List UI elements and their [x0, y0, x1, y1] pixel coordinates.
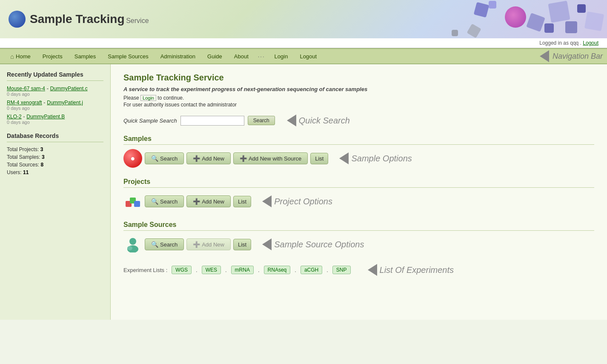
list-item: Mouse-67 sam-4 - DummyPatient.c 0 days a… — [7, 85, 103, 97]
nav-guide-label: Guide — [207, 53, 222, 60]
add-icon: ➕ — [193, 241, 200, 248]
page-title: Sample Tracking Service — [123, 73, 594, 83]
project-arrow — [262, 195, 272, 207]
source-add-label: Add New — [202, 241, 224, 248]
nav-samples-label: Samples — [74, 53, 96, 60]
sample-search-button[interactable]: 🔍 Search — [145, 152, 184, 164]
header-decorations — [437, 0, 607, 38]
sample-add-new-button[interactable]: ➕ Add New — [186, 152, 231, 164]
nav-home[interactable]: ⌂ Home — [4, 49, 37, 63]
total-projects-value: 3 — [40, 146, 43, 152]
exp-tag-snp[interactable]: SNP — [332, 266, 351, 274]
nav-projects-label: Projects — [43, 53, 63, 60]
project-annotation: Project Options — [262, 195, 332, 207]
main-layout: Recently Updated Samples Mouse-67 sam-4 … — [0, 64, 607, 320]
nav-administration[interactable]: Administration — [155, 50, 201, 63]
list-item: Total Sources: 8 — [7, 162, 103, 168]
nav-annotation-label: Navigation Bar — [553, 52, 603, 61]
nav-samples[interactable]: Samples — [69, 50, 102, 63]
login-inline-link[interactable]: Login — [140, 95, 156, 101]
samples-section: Samples ● 🔍 Search ➕ Add New ➕ Add New w… — [123, 135, 594, 168]
content: Sample Tracking Service A service to tra… — [111, 64, 607, 320]
nav-projects[interactable]: Projects — [37, 50, 69, 63]
nav-guide[interactable]: Guide — [201, 50, 228, 63]
project-list-button[interactable]: List — [233, 196, 251, 207]
source-search-button[interactable]: 🔍 Search — [145, 238, 184, 250]
sample-sources-section: Sample Sources 🔍 Search ➕ Add New — [123, 221, 594, 254]
nav-about-label: About — [234, 53, 249, 60]
sidebar-recent-title: Recently Updated Samples — [7, 71, 103, 81]
nav-home-label: Home — [16, 53, 31, 60]
sample-time-1: 0 days ago — [7, 92, 103, 97]
project-search-label: Search — [160, 198, 178, 205]
nav-annotation-area: Navigation Bar — [540, 50, 603, 62]
search-icon: 🔍 — [151, 198, 158, 205]
quick-search-annotation-label: Quick Search — [299, 116, 350, 126]
exp-tag-wes[interactable]: WES — [202, 266, 221, 274]
sample-separator-1: - — [47, 85, 50, 92]
svg-point-3 — [129, 238, 136, 245]
samples-icon: ● — [123, 149, 142, 168]
source-list-label: List — [238, 241, 246, 248]
total-sources-value: 8 — [40, 162, 43, 168]
nav-sample-sources[interactable]: Sample Sources — [102, 50, 154, 63]
app-title-main: Sample Tracking — [30, 12, 125, 26]
source-list-button[interactable]: List — [233, 239, 251, 250]
exp-tag-acgh[interactable]: aCGH — [301, 266, 322, 274]
sample-sources-options-row: 🔍 Search ➕ Add New List Sample Source Op… — [123, 235, 594, 254]
nav-logout[interactable]: Logout — [294, 50, 323, 63]
samples-options-row: ● 🔍 Search ➕ Add New ➕ Add New with Sour… — [123, 149, 594, 168]
sample-search-label: Search — [160, 155, 178, 162]
header-logo: Sample Tracking Service — [9, 11, 149, 28]
sample-time-3: 0 days ago — [7, 120, 103, 125]
projects-options-row: 🔍 Search ➕ Add New List Project Options — [123, 192, 594, 211]
login-bar: Logged in as qqq . Logout — [0, 38, 607, 48]
sample-add-source-label: Add New with Source — [249, 155, 301, 162]
project-add-new-button[interactable]: ➕ Add New — [186, 195, 231, 207]
sample-link-1[interactable]: Mouse-67 sam-4 — [7, 86, 45, 92]
patient-link-3[interactable]: DummyPatient.B — [26, 114, 65, 120]
quick-search-button[interactable]: Search — [248, 116, 275, 125]
add-source-icon: ➕ — [240, 155, 247, 162]
experiment-annotation-label: List Of Experiments — [380, 265, 454, 275]
sidebar: Recently Updated Samples Mouse-67 sam-4 … — [0, 64, 111, 320]
sidebar-recent-samples: Mouse-67 sam-4 - DummyPatient.c 0 days a… — [7, 85, 103, 125]
source-annotation: Sample Source Options — [262, 238, 364, 250]
quick-search-row: Quick Sample Search Search Quick Search — [123, 115, 594, 126]
samples-section-title: Samples — [123, 135, 594, 145]
projects-icon — [123, 192, 142, 211]
source-search-label: Search — [160, 241, 178, 248]
patient-link-1[interactable]: DummyPatient.c — [50, 86, 88, 92]
exp-tag-rnaseq[interactable]: RNAseq — [264, 266, 291, 274]
header: Sample Tracking Service — [0, 0, 607, 38]
sample-time-2: 0 days ago — [7, 106, 103, 111]
total-samples-value: 3 — [42, 154, 45, 160]
sample-list-button[interactable]: List — [310, 153, 328, 164]
search-icon: 🔍 — [151, 241, 158, 248]
quick-search-label: Quick Sample Search — [123, 118, 177, 124]
logout-link[interactable]: Logout — [583, 40, 598, 46]
nav-about[interactable]: About — [228, 50, 255, 63]
project-search-button[interactable]: 🔍 Search — [145, 195, 184, 207]
quick-search-arrow — [287, 115, 296, 126]
exp-tag-mrna[interactable]: mRNA — [231, 266, 254, 274]
sample-link-2[interactable]: RM-4 xenograft — [7, 100, 42, 106]
sample-annotation: Sample Options — [339, 152, 412, 164]
source-annotation-label: Sample Source Options — [274, 240, 364, 249]
sample-sources-section-title: Sample Sources — [123, 221, 594, 231]
project-annotation-label: Project Options — [274, 197, 332, 206]
list-item: Total Projects: 3 — [7, 146, 103, 152]
experiment-section: Experiment Lists : WGS . WES . mRNA . RN… — [123, 264, 594, 276]
exp-tag-wgs[interactable]: WGS — [172, 266, 192, 274]
sample-link-3[interactable]: KLO-2 — [7, 114, 22, 120]
source-add-new-button[interactable]: ➕ Add New — [186, 238, 231, 250]
patient-link-2[interactable]: DummyPatient.j — [47, 100, 83, 106]
sidebar-db-records: Total Projects: 3 Total Samples: 3 Total… — [7, 146, 103, 175]
nav-login[interactable]: Login — [269, 50, 294, 63]
project-list-label: List — [238, 198, 246, 205]
sample-add-new-source-button[interactable]: ➕ Add New with Source — [233, 152, 308, 164]
nav-logout-label: Logout — [300, 53, 317, 60]
experiment-label: Experiment Lists : — [123, 267, 167, 273]
search-input[interactable] — [180, 116, 244, 126]
sample-arrow — [339, 152, 349, 164]
